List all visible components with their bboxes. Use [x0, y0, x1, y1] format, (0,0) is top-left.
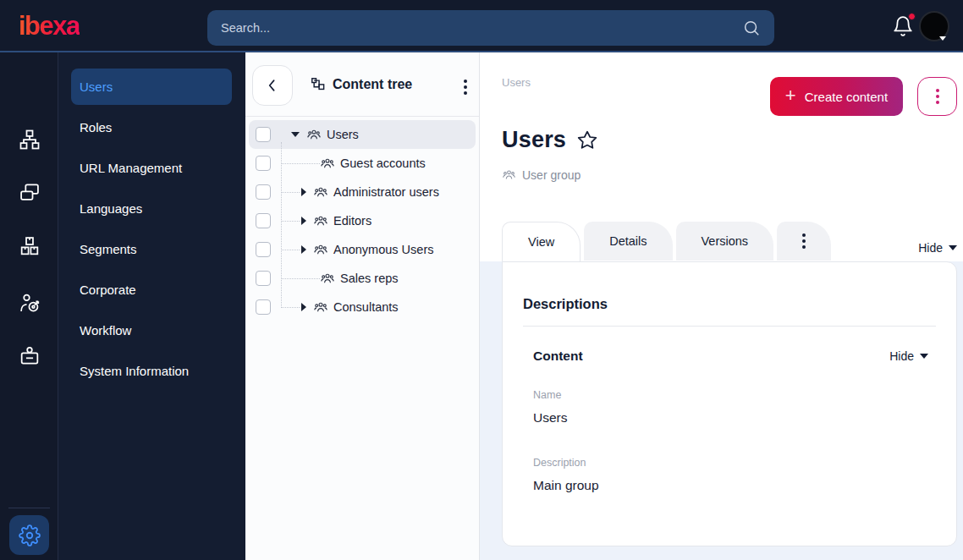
- sidebar-item-url-management[interactable]: URL Management: [71, 150, 232, 186]
- tab-view[interactable]: View: [502, 222, 581, 261]
- tab-more-kebab[interactable]: [777, 222, 831, 261]
- tree-connector-line: [281, 142, 282, 308]
- tree-item-label: Anonymous Users: [333, 243, 433, 256]
- user-group-icon: [313, 184, 328, 200]
- sidebar-item-segments[interactable]: Segments: [71, 231, 232, 267]
- breadcrumb[interactable]: Users: [502, 76, 531, 89]
- tree-icon: [310, 76, 326, 92]
- sidebar-item-roles[interactable]: Roles: [71, 109, 232, 145]
- search-icon[interactable]: [742, 19, 761, 37]
- chevron-down-icon: [939, 36, 946, 41]
- collapse-tree-button[interactable]: [252, 65, 293, 106]
- checkbox[interactable]: [256, 242, 271, 257]
- content-type-row: User group: [502, 167, 581, 182]
- checkbox[interactable]: [256, 271, 271, 286]
- personalization-icon[interactable]: [17, 290, 41, 315]
- expand-caret-icon[interactable]: [301, 303, 306, 311]
- checkbox[interactable]: [256, 213, 271, 228]
- field-label-name: Name: [533, 389, 561, 401]
- create-content-button[interactable]: + Create content: [770, 77, 903, 116]
- sidebar-item-label: Segments: [80, 242, 137, 256]
- sidebar-item-label: URL Management: [80, 161, 182, 175]
- notifications-bell-icon[interactable]: [892, 15, 914, 37]
- tree-options-kebab-icon[interactable]: [464, 80, 467, 95]
- expand-caret-icon[interactable]: [301, 245, 306, 254]
- tree-item-label: Sales reps: [340, 272, 399, 285]
- tab-versions[interactable]: Versions: [676, 222, 774, 261]
- tree-connector: [281, 278, 320, 279]
- expand-caret-icon[interactable]: [301, 217, 306, 225]
- hide-label: Hide: [918, 241, 943, 255]
- notification-badge: [908, 13, 916, 20]
- sidebar-item-label: Corporate: [80, 283, 136, 297]
- tab-label: Versions: [702, 234, 749, 248]
- sidebar-item-languages[interactable]: Languages: [71, 190, 232, 227]
- content-tree-panel: Content tree Users Guest accounts: [245, 52, 480, 560]
- ibexa-logo[interactable]: ibexa: [19, 11, 80, 41]
- expand-caret-icon[interactable]: [301, 188, 306, 196]
- corporate-icon[interactable]: [17, 343, 41, 368]
- sidebar-item-corporate[interactable]: Corporate: [71, 272, 232, 308]
- checkbox[interactable]: [256, 156, 271, 171]
- user-avatar[interactable]: [919, 11, 949, 41]
- content-structure-icon[interactable]: [17, 127, 41, 151]
- page-options-kebab-button[interactable]: [917, 77, 957, 116]
- hide-tabs-toggle[interactable]: Hide: [918, 241, 957, 255]
- bookmark-star-icon[interactable]: [576, 129, 598, 151]
- content-group-header: Content Hide: [533, 349, 928, 364]
- tree-item-label: Consultants: [333, 300, 399, 314]
- hide-content-toggle[interactable]: Hide: [889, 349, 928, 363]
- pages-icon[interactable]: [17, 179, 41, 204]
- search-input[interactable]: [207, 21, 742, 35]
- hide-label: Hide: [889, 349, 914, 363]
- app-icon-rail: [0, 52, 58, 560]
- tree-item-users[interactable]: Users: [249, 120, 476, 149]
- rail-divider: [8, 508, 50, 508]
- tree-connector: [281, 192, 300, 193]
- user-group-icon: [502, 167, 516, 182]
- chevron-left-icon: [264, 77, 281, 94]
- sidebar-item-workflow[interactable]: Workflow: [71, 312, 232, 349]
- tab-content-area: Descriptions Content Hide Name Users Des…: [480, 261, 963, 560]
- tree-connector: [281, 163, 320, 164]
- descriptions-heading: Descriptions: [523, 296, 608, 312]
- tree-item-label: Editors: [333, 214, 371, 228]
- user-group-icon: [320, 271, 335, 286]
- sidebar-item-system-information[interactable]: System Information: [71, 353, 232, 389]
- sidebar-item-label: System Information: [80, 364, 189, 378]
- sidebar-item-users[interactable]: Users: [71, 69, 232, 105]
- user-group-icon: [313, 213, 328, 228]
- caret-down-icon: [949, 245, 957, 250]
- admin-sidebar: Users Roles URL Management Languages Seg…: [58, 52, 245, 560]
- field-label-description: Description: [533, 457, 586, 469]
- field-value-description: Main group: [533, 478, 599, 493]
- global-search[interactable]: [207, 10, 774, 46]
- content-tree-title: Content tree: [310, 76, 412, 92]
- tab-details[interactable]: Details: [584, 222, 672, 261]
- admin-settings-tile[interactable]: [9, 515, 49, 555]
- tree-connector: [281, 221, 300, 222]
- content-tree-header: Content tree: [245, 52, 479, 117]
- content-tree-list: Users Guest accounts Administrator users: [245, 120, 479, 321]
- user-group-icon: [306, 127, 322, 142]
- collapse-caret-icon[interactable]: [291, 132, 300, 137]
- descriptions-card: Descriptions Content Hide Name Users Des…: [502, 261, 957, 546]
- divider: [523, 326, 936, 327]
- main-content: Users + Create content Users User group …: [480, 52, 963, 560]
- create-content-label: Create content: [805, 90, 888, 104]
- checkbox[interactable]: [256, 184, 271, 200]
- products-icon[interactable]: [17, 233, 41, 258]
- tree-item-label: Users: [327, 128, 359, 141]
- gear-icon: [19, 524, 41, 546]
- content-tree-title-text: Content tree: [333, 77, 412, 92]
- content-type-label: User group: [522, 168, 581, 182]
- checkbox[interactable]: [256, 127, 271, 142]
- tree-item-label: Guest accounts: [340, 156, 426, 170]
- sidebar-item-label: Workflow: [80, 323, 131, 338]
- user-group-icon: [320, 156, 335, 171]
- tree-connector: [281, 250, 300, 250]
- tab-label: View: [528, 235, 554, 249]
- checkbox[interactable]: [256, 299, 271, 315]
- user-group-icon: [313, 299, 328, 315]
- plus-icon: +: [785, 86, 796, 105]
